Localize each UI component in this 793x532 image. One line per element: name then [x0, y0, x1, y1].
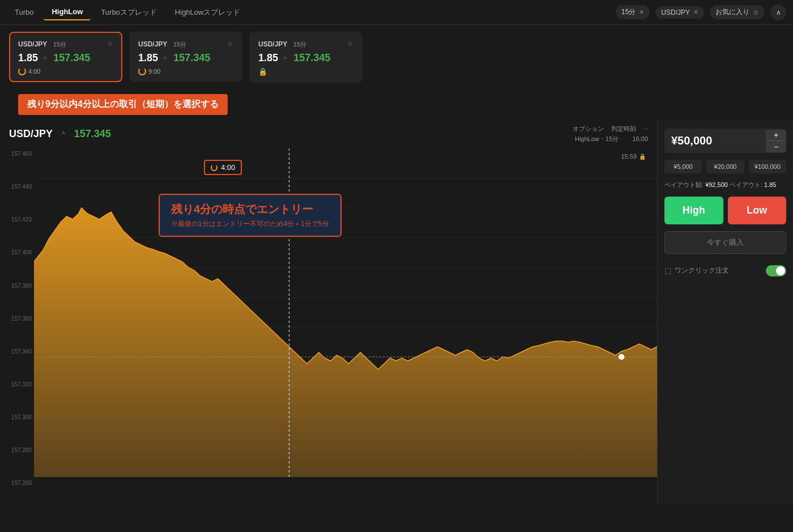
y-label-1: 157.440	[1, 184, 32, 190]
card-3-symbol: USD/JPY	[258, 40, 287, 48]
card-2-timer-label: 9:00	[148, 68, 160, 75]
card-1-header: USD/JPY 15分 ☆	[18, 39, 113, 49]
preset-row: ¥5,000 ¥20,000 ¥100,000	[664, 160, 786, 173]
card-2-timer-icon	[138, 67, 146, 75]
chart-lock-icon: 🔒	[639, 154, 646, 160]
chart-dotted-dot	[619, 354, 624, 360]
payout-row: ペイアウト額: ¥92,500 ペイアウト: 1.85	[664, 180, 786, 190]
card-1-timer-icon	[18, 67, 26, 75]
chart-price: 157.345	[74, 128, 111, 140]
chart-annotation-sub: ※最後の1分はエントリー不可のため4分＋1分で5分	[171, 219, 329, 229]
top-annotation-wrapper: 残り9分以内4分以上の取引（短期）を選択する	[9, 92, 784, 115]
card-3-header: USD/JPY 15分 ☆	[258, 39, 353, 49]
chart-svg	[34, 148, 657, 477]
amount-btns: + −	[766, 130, 786, 152]
pill-15min[interactable]: 15分 ✕	[616, 5, 650, 19]
high-low-row: High Low	[664, 197, 786, 224]
preset-btn-5000[interactable]: ¥5,000	[664, 160, 702, 173]
card-3-time: 15分	[293, 41, 306, 48]
card-1-price-right: 157.345	[53, 52, 90, 64]
payout-label: ペイアウト額:	[664, 181, 705, 188]
card-1-timer-label: 4:00	[28, 68, 40, 75]
chart-svg-wrapper: 15:59 🔒 4:00 残り4分の時点でエントリー ※最後の1分はエントリー不…	[34, 148, 657, 477]
preset-btn-100000[interactable]: ¥100,000	[749, 160, 786, 173]
card-1-star[interactable]: ☆	[107, 40, 113, 48]
preset-btn-20000[interactable]: ¥20,000	[706, 160, 744, 173]
one-click-label: ⬚ ワンクリック注文	[664, 266, 729, 275]
card-2-header: USD/JPY 15分 ☆	[138, 39, 233, 49]
amount-plus-btn[interactable]: +	[766, 130, 786, 141]
tab-turbo[interactable]: Turbo	[7, 5, 41, 20]
low-button[interactable]: Low	[728, 197, 787, 224]
y-axis: 157.460 157.440 157.420 157.400 157.380 …	[0, 148, 34, 488]
card-3-price-row: 1.85 ^ 157.345	[258, 52, 353, 64]
card-2-price-left: 1.85	[138, 52, 158, 64]
pill-usdjpy[interactable]: USD/JPY ✕	[655, 6, 704, 19]
pill-15min-label: 15分	[621, 7, 636, 17]
chart-big-annotation: 残り4分の時点でエントリー ※最後の1分はエントリー不可のため4分＋1分で5分	[159, 194, 342, 237]
card-2-price-row: 1.85 ^ 157.345	[138, 52, 233, 64]
y-label-2: 157.420	[1, 216, 32, 223]
chevron-button[interactable]: ∧	[770, 5, 786, 20]
option-value: HighLow・15分	[575, 135, 619, 142]
card-2-symbol: USD/JPY	[138, 40, 167, 48]
one-click-row: ⬚ ワンクリック注文	[664, 261, 786, 276]
fav-pill[interactable]: お気に入り ☆	[710, 5, 765, 19]
top-annotation-box: 残り9分以内4分以上の取引（短期）を選択する	[18, 94, 228, 115]
y-label-3: 157.400	[1, 249, 32, 256]
chart-time-value: 15:59	[621, 153, 637, 160]
amount-minus-btn[interactable]: −	[766, 141, 786, 152]
card-3-footer: 🔒	[258, 67, 353, 76]
pill-15min-close[interactable]: ✕	[639, 8, 644, 16]
card-3-arrow: ^	[284, 56, 287, 62]
card-3-price-right: 157.345	[293, 52, 330, 64]
chart-time-label: 15:59 🔒	[621, 153, 646, 160]
settlement-value: 16:00	[632, 135, 648, 142]
y-label-5: 157.360	[1, 316, 32, 322]
card-3-star[interactable]: ☆	[347, 40, 353, 48]
card-1-footer: 4:00	[18, 67, 113, 75]
one-click-toggle[interactable]	[766, 265, 786, 276]
card-2[interactable]: USD/JPY 15分 ☆ 1.85 ^ 157.345 9:00	[129, 32, 242, 82]
payout-amount: ¥92,500	[705, 181, 728, 188]
card-1[interactable]: USD/JPY 15分 ☆ 1.85 ^ 157.345 4:00	[9, 32, 122, 82]
y-label-10: 157.260	[1, 480, 32, 486]
high-button[interactable]: High	[664, 197, 723, 224]
star-icon: ☆	[753, 8, 759, 16]
y-label-0: 157.460	[1, 151, 32, 157]
right-panel: ¥50,000 + − ¥5,000 ¥20,000 ¥100,000 ペイアウ…	[657, 120, 793, 505]
card-2-footer: 9:00	[138, 67, 233, 75]
y-label-9: 157.280	[1, 447, 32, 453]
pill-usdjpy-close[interactable]: ✕	[693, 8, 698, 16]
chart-timer-icon	[211, 164, 218, 171]
card-1-price-row: 1.85 ^ 157.345	[18, 52, 113, 64]
card-1-symbol: USD/JPY	[18, 40, 47, 48]
tab-turbo-spread[interactable]: Turboスプレッド	[93, 4, 164, 21]
top-annotation-text: 残り9分以内4分以上の取引（短期）を選択する	[27, 99, 219, 109]
payout-ratio-label: ペイアウト:	[730, 181, 764, 188]
card-1-price-left: 1.85	[18, 52, 38, 64]
chart-timer-annotation: 4:00	[204, 160, 242, 175]
one-click-icon: ⬚	[664, 266, 671, 275]
card-3-lock-icon: 🔒	[258, 67, 267, 76]
card-2-star[interactable]: ☆	[227, 40, 233, 48]
card-2-arrow: ^	[164, 56, 167, 62]
tab-highlow[interactable]: HighLow	[44, 4, 91, 20]
card-3[interactable]: USD/JPY 15分 ☆ 1.85 ^ 157.345 🔒	[249, 32, 363, 83]
chart-arrow: ^	[62, 130, 65, 138]
card-1-arrow: ^	[44, 56, 46, 62]
chart-header: USD/JPY ^ 157.345 オプション 判定時刻 ··· HighLow…	[0, 120, 657, 148]
chart-timer-label: 4:00	[221, 163, 235, 172]
tab-highlow-spread[interactable]: HighLowスプレッド	[167, 4, 249, 21]
cards-area: USD/JPY 15分 ☆ 1.85 ^ 157.345 4:00 USD/JP…	[0, 25, 793, 90]
settlement-label: 判定時刻	[611, 125, 636, 132]
y-label-8: 157.300	[1, 414, 32, 420]
card-1-time: 15分	[53, 41, 66, 48]
payout-ratio: 1.85	[764, 181, 776, 188]
option-label: オプション	[573, 125, 604, 132]
buy-now-button[interactable]: 今すぐ購入	[664, 231, 786, 254]
time-axis	[34, 477, 657, 488]
chart-panel: USD/JPY ^ 157.345 オプション 判定時刻 ··· HighLow…	[0, 120, 657, 505]
y-label-7: 157.320	[1, 381, 32, 388]
chart-container: 157.460 157.440 157.420 157.400 157.380 …	[0, 148, 657, 488]
